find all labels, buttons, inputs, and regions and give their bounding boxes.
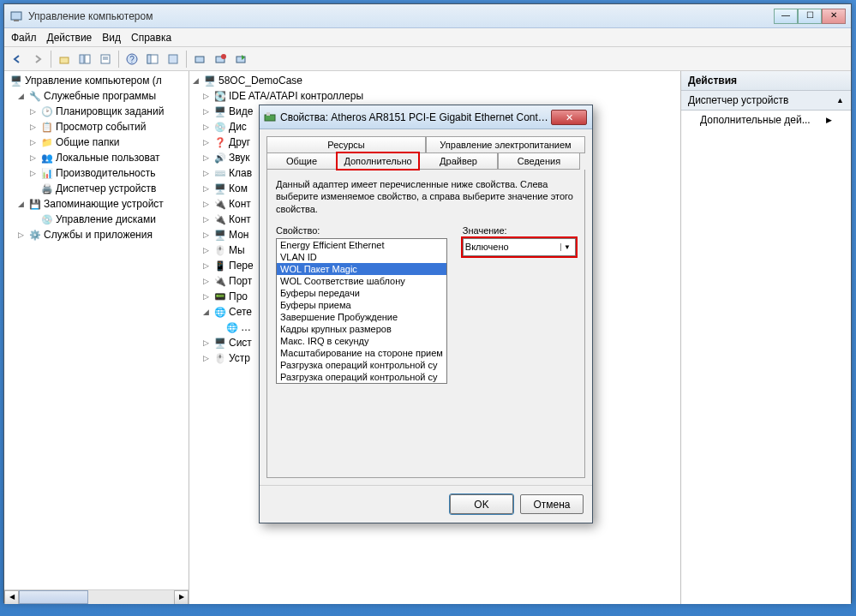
expander-icon[interactable]: ▷ <box>203 92 212 100</box>
property-item[interactable]: WOL Пакет Magic <box>277 263 446 275</box>
value-select[interactable]: Включено ▼ <box>463 238 576 256</box>
expander-icon[interactable]: ▷ <box>203 338 212 347</box>
clock-icon: 🕑 <box>40 105 54 118</box>
tree-device-manager[interactable]: 🖨️Диспетчер устройств <box>4 181 189 196</box>
properties-button[interactable] <box>96 50 115 69</box>
expander-icon[interactable]: ▷ <box>203 153 212 162</box>
tree-disk-mgmt[interactable]: 💿Управление дисками <box>4 212 189 227</box>
back-button[interactable] <box>8 50 27 69</box>
dialog-titlebar[interactable]: Свойства: Atheros AR8151 PCI-E Gigabit E… <box>260 105 592 129</box>
menu-view[interactable]: Вид <box>102 32 121 44</box>
expander-icon[interactable]: ▷ <box>203 107 212 116</box>
cancel-button[interactable]: Отмена <box>520 494 584 514</box>
maximize-button[interactable]: ☐ <box>798 9 822 24</box>
update-driver-button[interactable] <box>231 50 250 69</box>
expander-icon[interactable]: ▷ <box>203 261 212 270</box>
tab-power[interactable]: Управление электропитанием <box>426 136 585 153</box>
expander-icon[interactable]: ▷ <box>203 138 212 147</box>
close-button[interactable]: ✕ <box>822 9 846 24</box>
menu-file[interactable]: Файл <box>11 32 37 44</box>
device-tree-button[interactable] <box>164 50 183 69</box>
tree-event-viewer[interactable]: ▷📋Просмотр событий <box>4 119 189 135</box>
device-list-button[interactable] <box>143 50 162 69</box>
tab-general[interactable]: Общие <box>266 153 337 170</box>
property-item[interactable]: Кадры крупных размеров <box>277 323 446 335</box>
property-item[interactable]: Завершение Пробуждение <box>277 311 446 323</box>
expander-icon[interactable]: ▷ <box>203 246 212 254</box>
property-item[interactable]: Масштабирование на стороне прием <box>277 347 446 359</box>
property-item[interactable]: WOL Соответствие шаблону <box>277 275 446 287</box>
expander-icon[interactable]: ▷ <box>18 230 27 239</box>
expander-icon[interactable]: ▷ <box>203 169 212 177</box>
property-item[interactable]: Макс. IRQ в секунду <box>277 335 446 347</box>
property-item[interactable]: Разгрузка операций контрольной су <box>277 371 446 383</box>
property-item[interactable]: Буферы передачи <box>277 287 446 299</box>
help-button[interactable]: ? <box>123 50 141 69</box>
unknown-icon: ❓ <box>213 135 227 149</box>
scroll-left-button[interactable]: ◀ <box>4 590 19 604</box>
svg-rect-1 <box>14 20 19 21</box>
usb-icon: 🔌 <box>213 212 227 226</box>
show-hide-tree-button[interactable] <box>75 50 94 69</box>
expander-icon[interactable]: ▷ <box>203 215 212 224</box>
uninstall-button[interactable] <box>211 50 230 69</box>
property-item[interactable]: Energy Efficient Ethernet <box>277 239 446 251</box>
separator <box>118 51 119 68</box>
scrollbar-horizontal[interactable]: ◀ ▶ <box>4 589 189 604</box>
expander-icon[interactable]: ▷ <box>203 354 212 362</box>
property-item[interactable]: VLAN ID <box>277 251 446 263</box>
tree-root[interactable]: 🖥️Управление компьютером (л <box>4 73 189 88</box>
property-item[interactable]: Буферы приема <box>277 299 446 311</box>
tab-driver[interactable]: Драйвер <box>419 153 498 170</box>
expander-icon[interactable]: ◢ <box>203 308 212 316</box>
tree-performance[interactable]: ▷📊Производительность <box>4 165 189 181</box>
expander-icon[interactable]: ▷ <box>30 153 39 162</box>
expander-icon[interactable]: ◢ <box>18 200 27 208</box>
expander-icon[interactable]: ▷ <box>30 138 39 147</box>
tab-details[interactable]: Сведения <box>498 153 580 170</box>
forward-button[interactable] <box>28 50 47 69</box>
tree-services[interactable]: ▷⚙️Службы и приложения <box>4 227 189 242</box>
expander-icon[interactable]: ▷ <box>30 123 39 131</box>
tree-system-tools[interactable]: ◢🔧Служебные программы <box>4 88 189 104</box>
minimize-button[interactable]: — <box>774 9 798 24</box>
dialog-close-button[interactable]: ✕ <box>551 110 587 125</box>
scan-hardware-button[interactable] <box>190 50 209 69</box>
expander-icon[interactable]: ◢ <box>193 76 201 85</box>
up-button[interactable] <box>55 50 74 69</box>
device-ide[interactable]: ▷💽IDE ATA/ATAPI контроллеры <box>189 88 680 104</box>
expander-icon[interactable]: ▷ <box>203 200 212 208</box>
expander-icon[interactable]: ▷ <box>203 123 212 131</box>
actions-more[interactable]: Дополнительные дей... ▶ <box>681 111 851 129</box>
tree-storage[interactable]: ◢💾Запоминающие устройст <box>4 196 189 212</box>
value-text: Включено <box>465 242 509 252</box>
tree-task-scheduler[interactable]: ▷🕑Планировщик заданий <box>4 104 189 119</box>
menu-help[interactable]: Справка <box>131 32 171 44</box>
properties-dialog: Свойства: Atheros AR8151 PCI-E Gigabit E… <box>259 105 593 523</box>
separator <box>186 51 187 68</box>
property-item[interactable]: Разгрузка операций контрольной су <box>277 359 446 371</box>
console-tree: 🖥️Управление компьютером (л ◢🔧Служебные … <box>4 71 189 244</box>
expander-icon[interactable]: ▷ <box>30 107 39 116</box>
property-list[interactable]: Energy Efficient EthernetVLAN IDWOL Паке… <box>276 238 447 384</box>
expander-icon[interactable]: ▷ <box>203 184 212 193</box>
tab-resources[interactable]: Ресурсы <box>266 136 426 153</box>
scroll-track[interactable] <box>19 590 174 604</box>
property-item[interactable]: Разгрузка операций контрольной су <box>277 383 446 384</box>
expander-icon[interactable]: ▷ <box>203 230 212 239</box>
expander-icon[interactable]: ▷ <box>203 277 212 285</box>
mouse-icon: 🖱️ <box>213 243 227 257</box>
ok-button[interactable]: OK <box>450 494 513 514</box>
expander-icon[interactable]: ◢ <box>18 92 27 100</box>
svg-point-15 <box>221 54 226 59</box>
menu-action[interactable]: Действие <box>47 32 93 44</box>
expander-icon[interactable]: ▷ <box>30 169 39 177</box>
actions-section[interactable]: Диспетчер устройств ▲ <box>681 91 851 111</box>
scroll-right-button[interactable]: ▶ <box>174 590 189 604</box>
expander-icon[interactable]: ▷ <box>203 292 212 301</box>
device-root[interactable]: ◢🖥️58OC_DemoCase <box>189 73 680 88</box>
tree-local-users[interactable]: ▷👥Локальные пользоват <box>4 150 189 165</box>
tree-shared-folders[interactable]: ▷📁Общие папки <box>4 135 189 150</box>
tab-advanced[interactable]: Дополнительно <box>337 153 419 170</box>
scroll-thumb[interactable] <box>19 590 88 604</box>
